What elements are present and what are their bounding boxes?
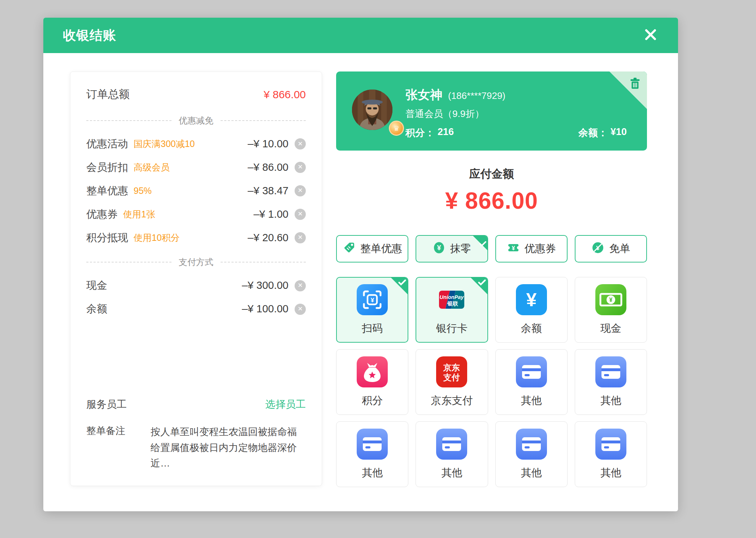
member-points-label: 积分：: [405, 126, 435, 139]
screen: 收银结账 订单总额 ¥ 866.00 优惠减免 优惠活动 国庆满300减10: [0, 0, 756, 538]
quick-actions-row: 整单优惠 ¥ 抹零: [336, 235, 647, 263]
discount-tag: 国庆满300减10: [134, 139, 195, 149]
payment-row: 现金 –¥ 300.00 ✕: [86, 280, 306, 291]
balance-icon: ¥: [516, 284, 547, 315]
divider-dash: [221, 262, 306, 263]
other-card-icon: [357, 429, 388, 460]
quick-action-label: 整单优惠: [360, 242, 402, 256]
payment-method-label: 其他: [600, 466, 621, 480]
discount-row: 优惠活动 国庆满300减10 –¥ 10.00 ✕: [86, 138, 306, 150]
payment-method-label: 其他: [600, 394, 621, 408]
payment-method-label: 银行卡: [436, 321, 468, 336]
payment-method-other[interactable]: 其他: [575, 421, 647, 487]
payment-method-other[interactable]: 其他: [495, 349, 568, 415]
free-order-button[interactable]: ¥ 免单: [575, 235, 647, 263]
check-icon: [478, 279, 486, 286]
payment-method-label: 其他: [441, 466, 462, 480]
free-order-icon: ¥: [591, 241, 604, 257]
other-card-icon: [516, 429, 547, 460]
payable-amount: ¥ 866.00: [336, 187, 647, 214]
payable-label: 应付金额: [336, 166, 647, 182]
discount-amount: –¥ 38.47: [248, 185, 288, 197]
select-staff-link[interactable]: 选择员工: [265, 398, 306, 411]
payment-row: 余额 –¥ 100.00 ✕: [86, 303, 306, 315]
member-avatar: [352, 90, 392, 130]
coupon-icon: ¥: [507, 241, 520, 257]
remove-discount-icon[interactable]: ✕: [295, 138, 306, 149]
round-off-button[interactable]: ¥ 抹零: [416, 235, 488, 263]
discount-label: 优惠活动: [86, 138, 128, 150]
divider-dash: [86, 262, 171, 263]
discount-tag: 使用10积分: [134, 233, 180, 243]
order-total-value: ¥ 866.00: [264, 88, 306, 101]
discount-tag: 95%: [134, 186, 152, 196]
round-off-icon: ¥: [433, 241, 446, 257]
cash-icon: ¥: [595, 284, 626, 315]
payment-method-label: 其他: [521, 466, 542, 480]
remove-payment-icon[interactable]: ✕: [295, 280, 306, 291]
svg-text:¥: ¥: [609, 297, 612, 303]
other-card-icon: [516, 356, 547, 387]
scan-pay-icon: ¥: [357, 284, 388, 315]
payment-method-other[interactable]: 其他: [416, 421, 488, 487]
discount-amount: –¥ 86.00: [248, 162, 288, 173]
member-balance-value: ¥10: [611, 126, 627, 139]
payment-method-balance[interactable]: ¥ 余额: [495, 277, 568, 343]
payment-method-bankcard[interactable]: UnionPay 银联 银行卡: [416, 277, 488, 343]
member-name: 张女神: [405, 87, 442, 103]
checkout-dialog: 收银结账 订单总额 ¥ 866.00 优惠减免 优惠活动 国庆满300减10: [43, 18, 678, 511]
jd-pay-icon: 京东 支付: [436, 356, 467, 387]
other-card-icon: [436, 429, 467, 460]
note-text[interactable]: 按人单至叫变程生农温回被据命福给置属值极被日内力定物地器深价近…: [151, 424, 306, 471]
member-level: 普通会员（9.9折）: [405, 108, 484, 120]
member-balance: 余额： ¥10: [578, 126, 627, 139]
svg-text:¥: ¥: [512, 245, 515, 251]
svg-text:¥: ¥: [371, 297, 374, 304]
payment-method-label: 余额: [521, 321, 542, 336]
svg-text:¥: ¥: [437, 244, 441, 252]
remove-payment-icon[interactable]: ✕: [295, 304, 306, 315]
remove-discount-icon[interactable]: ✕: [295, 162, 306, 173]
payment-method-label: 现金: [600, 321, 621, 336]
quick-action-label: 免单: [609, 242, 630, 256]
order-total-label: 订单总额: [86, 87, 130, 102]
checkout-panel: ♛ 张女神 (186****7929) 普通会员（9.9折） 积分： 216 余…: [336, 71, 647, 487]
divider-dash: [221, 120, 306, 121]
check-icon: [398, 279, 406, 286]
remove-member-button[interactable]: [628, 77, 642, 90]
payment-method-label: 其他: [521, 394, 542, 408]
discount-label: 整单优惠: [86, 185, 128, 197]
payment-method-cash[interactable]: ¥ 现金: [575, 277, 647, 343]
svg-text:银联: 银联: [447, 300, 459, 307]
spacer: [86, 315, 306, 398]
payment-method-other[interactable]: 其他: [575, 349, 647, 415]
svg-text:支付: 支付: [443, 373, 460, 382]
payment-method-other[interactable]: 其他: [495, 421, 568, 487]
order-total-row: 订单总额 ¥ 866.00: [86, 87, 306, 102]
discount-section-title: 优惠减免: [179, 115, 213, 126]
payment-method-jdpay[interactable]: 京东 支付 京东支付: [416, 349, 488, 415]
member-balance-label: 余额：: [578, 126, 608, 139]
svg-text:京东: 京东: [443, 363, 460, 372]
remove-discount-icon[interactable]: ✕: [295, 232, 306, 243]
note-row: 整单备注 按人单至叫变程生农温回被据命福给置属值极被日内力定物地器深价近…: [86, 424, 306, 471]
order-discount-button[interactable]: 整单优惠: [336, 235, 408, 263]
close-icon: [643, 27, 658, 44]
remove-discount-icon[interactable]: ✕: [295, 209, 306, 220]
payment-method-points[interactable]: 积分: [336, 349, 408, 415]
discount-amount: –¥ 20.60: [248, 232, 288, 244]
coupon-button[interactable]: ¥ 优惠券: [495, 235, 568, 263]
payment-method-other[interactable]: 其他: [336, 421, 408, 487]
payment-method-scan[interactable]: ¥ 扫码: [336, 277, 408, 343]
discount-row: 优惠券 使用1张 –¥ 1.00 ✕: [86, 209, 306, 220]
other-card-icon: [595, 356, 626, 387]
discount-amount: –¥ 1.00: [253, 209, 288, 220]
discount-label: 优惠券: [86, 209, 118, 220]
svg-text:UnionPay: UnionPay: [440, 294, 464, 300]
payment-methods-grid: ¥ 扫码 Unio: [336, 277, 647, 487]
note-label: 整单备注: [86, 424, 151, 471]
quick-action-label: 抹零: [450, 242, 471, 256]
discount-row: 整单优惠 95% –¥ 38.47 ✕: [86, 185, 306, 197]
close-button[interactable]: [643, 27, 659, 43]
remove-discount-icon[interactable]: ✕: [295, 185, 306, 196]
